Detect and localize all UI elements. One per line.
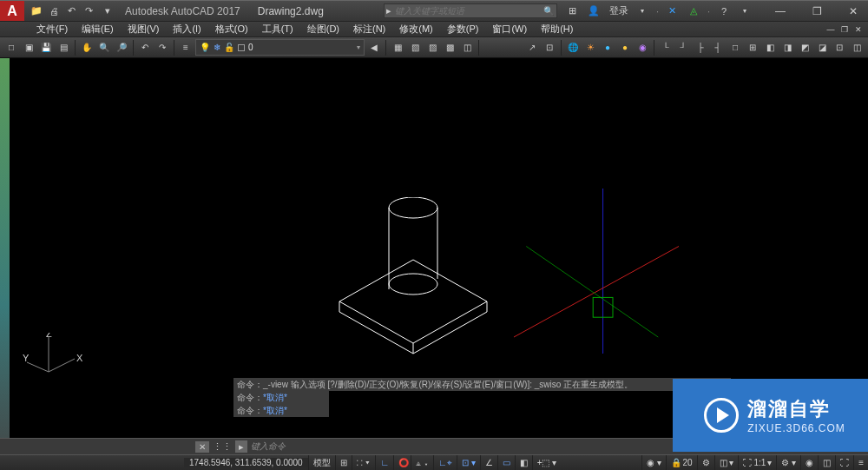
hardware-accel-icon[interactable]: ◉	[800, 455, 818, 471]
redo-tool-icon[interactable]: ↷	[155, 40, 170, 56]
sphere-blue-icon[interactable]: ●	[600, 40, 615, 56]
undo-icon[interactable]: ↶	[64, 4, 78, 18]
share-icon[interactable]: ↗	[524, 40, 540, 56]
new-icon[interactable]: □	[3, 40, 19, 56]
save-icon[interactable]: 💾	[38, 40, 54, 56]
undo-tool-icon[interactable]: ↶	[137, 40, 153, 56]
isolate-icon[interactable]: ◫	[818, 455, 835, 471]
menu-edit[interactable]: 编辑(E)	[75, 23, 121, 36]
infocenter-icon[interactable]: ⊞	[566, 4, 580, 18]
exchange-icon[interactable]: ✕	[666, 4, 680, 18]
view-right-icon[interactable]: ┤	[710, 40, 726, 56]
search-input[interactable]	[391, 6, 543, 16]
print-icon[interactable]: 🖨	[47, 4, 61, 18]
grid-toggle[interactable]: ⊞	[335, 455, 352, 471]
layer-dropdown[interactable]: 💡 ❄ 🔓 0 ▾	[195, 39, 365, 56]
iso-toggle[interactable]: ⟁ ▾	[411, 455, 433, 471]
login-label[interactable]: 登录	[609, 4, 628, 17]
view-neiso-icon[interactable]: ◩	[797, 40, 812, 56]
layer-freeze-icon: ❄	[214, 43, 220, 52]
drawing-canvas[interactable]: X Y Z 命令：_-view 输入选项 [?/删除(D)/正交(O)/恢复(R…	[10, 58, 865, 433]
menu-tools[interactable]: 工具(T)	[255, 23, 300, 36]
menu-insert[interactable]: 插入(I)	[166, 23, 207, 36]
mdi-close-icon[interactable]: ✕	[852, 23, 865, 36]
transparency-toggle[interactable]: ◧	[515, 455, 532, 471]
zoom-window-icon[interactable]: 🔎	[114, 40, 129, 56]
view-front-icon[interactable]: □	[727, 40, 743, 56]
polar-toggle[interactable]: ⭕	[393, 455, 411, 471]
globe-blue-icon[interactable]: 🌐	[565, 40, 581, 56]
mdi-minimize-icon[interactable]: —	[825, 23, 837, 36]
layer-tool5-icon[interactable]: ◫	[459, 40, 475, 56]
a360-icon[interactable]: ◬	[687, 4, 700, 18]
saveas-icon[interactable]: ▤	[56, 40, 71, 56]
sun-icon[interactable]: ☀	[582, 40, 598, 56]
zoom-extents-icon[interactable]: 🔍	[96, 40, 112, 56]
redo-icon[interactable]: ↷	[82, 4, 95, 18]
anno-auto-icon[interactable]: ⚙	[697, 455, 714, 471]
layer-tool2-icon[interactable]: ▧	[407, 40, 423, 56]
menu-file[interactable]: 文件(F)	[30, 23, 75, 36]
scale-label[interactable]: ⛶ 1:1 ▾	[738, 455, 776, 471]
help-icon[interactable]: ?	[717, 4, 731, 18]
lineweight-toggle[interactable]: ▭	[497, 455, 515, 471]
help-dropdown-icon[interactable]: ▾	[738, 4, 752, 18]
view-more2-icon[interactable]: ◫	[849, 40, 865, 56]
view-nwiso-icon[interactable]: ◪	[814, 40, 830, 56]
pan-icon[interactable]: ✋	[79, 40, 95, 56]
command-close-icon[interactable]: ✕	[195, 441, 209, 453]
menu-help[interactable]: 帮助(H)	[534, 23, 580, 36]
view-back-icon[interactable]: ⊞	[745, 40, 760, 56]
search-icon[interactable]: 🔍	[543, 6, 554, 16]
close-button[interactable]: ✕	[838, 3, 868, 19]
workspace-icon[interactable]: ◉ ▾	[641, 455, 666, 471]
chevron-down-icon[interactable]: ▾	[635, 4, 649, 18]
units-icon[interactable]: ◫ ▾	[714, 455, 739, 471]
gear-icon[interactable]: ⚙ ▾	[776, 455, 800, 471]
app-logo[interactable]: A	[0, 1, 24, 21]
folder-icon[interactable]: 📁	[30, 4, 43, 18]
layer-previous-icon[interactable]: ◀	[366, 40, 382, 56]
menu-parametric[interactable]: 参数(P)	[440, 23, 486, 36]
view-swiso-icon[interactable]: ◧	[762, 40, 778, 56]
3dosnap-toggle[interactable]: ⊡ ▾	[457, 455, 480, 471]
layer-tool4-icon[interactable]: ▩	[442, 40, 457, 56]
view-top-icon[interactable]: └	[658, 40, 674, 56]
signin-icon[interactable]: 👤	[587, 4, 601, 18]
ortho-toggle[interactable]: ∟	[375, 455, 393, 471]
layer-manager-icon[interactable]: ≡	[178, 40, 194, 56]
osnap-toggle[interactable]: ∟⌖	[433, 455, 457, 471]
menu-window[interactable]: 窗口(W)	[485, 23, 534, 36]
layer-tool1-icon[interactable]: ▦	[390, 40, 405, 56]
mdi-restore-icon[interactable]: ❐	[838, 23, 851, 36]
snap-toggle[interactable]: ⸬ ▾	[352, 455, 376, 471]
search-box[interactable]: ▸ 🔍	[384, 3, 557, 18]
otrack-toggle[interactable]: ∠	[480, 455, 497, 471]
anno-scale[interactable]: 🔒 20	[666, 455, 697, 471]
view-bottom-icon[interactable]: ┘	[675, 40, 691, 56]
customize-icon[interactable]: ≡	[853, 455, 868, 471]
sphere-yellow-icon[interactable]: ●	[617, 40, 633, 56]
maximize-button[interactable]: ❐	[802, 3, 832, 19]
menu-dimension[interactable]: 标注(N)	[346, 23, 392, 36]
dyn-input-toggle[interactable]: +⬚ ▾	[532, 455, 562, 471]
toolbar: □ ▣ 💾 ▤ ✋ 🔍 🔎 ↶ ↷ ≡ 💡 ❄ 🔓 0 ▾ ◀ ▦ ▧ ▨ ▩ …	[0, 37, 868, 58]
view-seiso-icon[interactable]: ◨	[779, 40, 795, 56]
options-icon[interactable]: ⊡	[542, 40, 557, 56]
command-input[interactable]: 键入命令	[251, 440, 286, 453]
view-left-icon[interactable]: ├	[693, 40, 708, 56]
model-tab[interactable]: 模型	[308, 455, 335, 471]
view-more1-icon[interactable]: ⊡	[832, 40, 847, 56]
command-handle-icon[interactable]: ⋮⋮	[213, 441, 232, 453]
qat-dropdown-icon[interactable]: ▾	[101, 4, 115, 18]
menu-format[interactable]: 格式(O)	[208, 23, 255, 36]
clean-screen-icon[interactable]: ⛶	[835, 455, 853, 471]
svg-line-12	[413, 312, 487, 354]
menu-view[interactable]: 视图(V)	[121, 23, 167, 36]
menu-modify[interactable]: 修改(M)	[392, 23, 440, 36]
layer-tool3-icon[interactable]: ▨	[424, 40, 440, 56]
menu-draw[interactable]: 绘图(D)	[300, 23, 346, 36]
open-icon[interactable]: ▣	[21, 40, 36, 56]
minimize-button[interactable]: —	[766, 3, 795, 19]
orbit-icon[interactable]: ◉	[635, 40, 650, 56]
